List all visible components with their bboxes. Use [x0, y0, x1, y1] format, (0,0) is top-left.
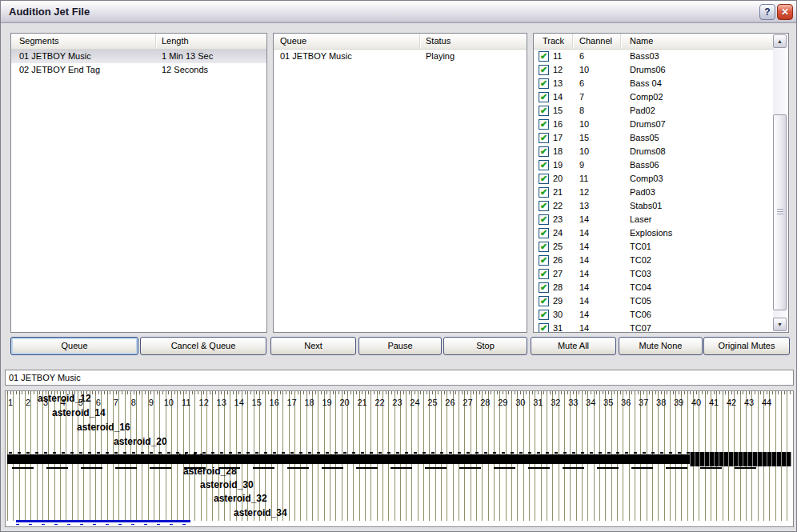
measure-number: 19	[322, 398, 331, 407]
track-number: 28	[553, 281, 563, 294]
track-channel: 13	[573, 199, 621, 213]
queue-list: QueueStatus 01 JETBOY MusicPlaying	[273, 33, 527, 333]
track-number: 29	[553, 294, 563, 308]
measure-number: 6	[96, 398, 101, 407]
column-header[interactable]: Track	[534, 34, 573, 49]
track-row[interactable]: ✔1210Drums06	[534, 63, 773, 77]
track-checkbox[interactable]: ✔	[539, 78, 549, 89]
close-icon[interactable]: ✕	[777, 4, 793, 20]
timeline-view[interactable]: 1234567891011121314151617181920212223242…	[5, 390, 794, 527]
measure-number: 7	[114, 398, 118, 407]
track-number: 21	[553, 186, 563, 199]
track-number: 31	[553, 322, 563, 332]
track-checkbox[interactable]: ✔	[539, 119, 549, 130]
track-channel: 11	[573, 172, 621, 186]
track-row[interactable]: ✔2011Comp03	[534, 172, 773, 186]
track-row[interactable]: ✔3114TC07	[534, 322, 773, 332]
track-checkbox[interactable]: ✔	[539, 160, 549, 170]
track-row[interactable]: ✔2514TC01	[534, 240, 773, 254]
next-button[interactable]: Next	[270, 337, 356, 355]
queue-status: Playing	[420, 50, 527, 63]
track-row[interactable]: ✔2414Explosions	[534, 226, 773, 240]
track-checkbox[interactable]: ✔	[539, 255, 549, 266]
track-row[interactable]: ✔147Comp02	[534, 90, 773, 104]
measure-number: 13	[217, 398, 226, 407]
measure-number: 35	[603, 398, 613, 407]
track-number-cell: ✔14	[534, 90, 573, 104]
scroll-down-icon[interactable]: ▼	[773, 318, 787, 331]
track-checkbox[interactable]: ✔	[539, 242, 549, 252]
column-header[interactable]: Segments	[11, 34, 156, 49]
track-checkbox[interactable]: ✔	[539, 269, 549, 279]
column-header[interactable]: Queue	[274, 34, 420, 49]
segments-list: SegmentsLength 01 JETBOY Music1 Min 13 S…	[10, 33, 267, 333]
track-name: TC07	[621, 322, 773, 332]
mute-none-button[interactable]: Mute None	[619, 337, 703, 355]
queue-rows: 01 JETBOY MusicPlaying	[274, 50, 527, 332]
segment-row[interactable]: 02 JETBOY End Tag12 Seconds	[11, 63, 266, 77]
track-number-cell: ✔22	[534, 199, 573, 213]
track-name: Bass06	[621, 158, 773, 172]
track-row[interactable]: ✔2314Laser	[534, 213, 773, 226]
queue-header[interactable]: QueueStatus	[274, 34, 527, 50]
track-checkbox[interactable]: ✔	[539, 174, 549, 184]
track-row[interactable]: ✔2814TC04	[534, 281, 773, 294]
track-row[interactable]: ✔199Bass06	[534, 158, 773, 172]
track-row[interactable]: ✔2914TC05	[534, 294, 773, 308]
track-checkbox[interactable]: ✔	[539, 296, 549, 306]
track-checkbox[interactable]: ✔	[539, 133, 549, 143]
track-row[interactable]: ✔1610Drums07	[534, 118, 773, 131]
queue-row[interactable]: 01 JETBOY MusicPlaying	[274, 50, 527, 63]
cancel-queue-button[interactable]: Cancel & Queue	[140, 337, 266, 355]
segment-row[interactable]: 01 JETBOY Music1 Min 13 Sec	[11, 50, 266, 63]
track-row[interactable]: ✔2714TC03	[534, 267, 773, 281]
track-checkbox[interactable]: ✔	[539, 92, 549, 102]
track-checkbox[interactable]: ✔	[539, 282, 549, 293]
column-header[interactable]: Status	[420, 34, 527, 49]
scrollbar-thumb[interactable]	[773, 114, 787, 310]
scroll-up-icon[interactable]: ▲	[773, 34, 787, 48]
measure-number: 12	[199, 398, 209, 407]
mute-all-button[interactable]: Mute All	[531, 337, 616, 355]
track-row[interactable]: ✔116Bass03	[534, 50, 773, 63]
track-number: 17	[553, 131, 563, 145]
track-checkbox[interactable]: ✔	[539, 187, 549, 198]
tracks-scrollbar[interactable]: ▲ ▼	[773, 34, 787, 331]
track-name: Comp03	[621, 172, 773, 186]
column-header[interactable]: Length	[156, 34, 266, 49]
track-row[interactable]: ✔2112Pad03	[534, 186, 773, 199]
segments-header[interactable]: SegmentsLength	[11, 34, 266, 50]
track-row[interactable]: ✔3014TC06	[534, 308, 773, 322]
track-checkbox[interactable]: ✔	[539, 228, 549, 238]
original-mutes-button[interactable]: Original Mutes	[703, 337, 790, 355]
event-dashes-top	[9, 452, 753, 454]
track-row[interactable]: ✔2614TC02	[534, 254, 773, 267]
stop-button[interactable]: Stop	[443, 337, 527, 355]
track-checkbox[interactable]: ✔	[539, 106, 549, 116]
track-checkbox[interactable]: ✔	[539, 323, 549, 332]
column-header[interactable]: Name	[621, 34, 773, 49]
track-name: TC02	[621, 254, 773, 267]
track-name: Pad03	[621, 186, 773, 199]
track-row[interactable]: ✔1810Drums08	[534, 145, 773, 158]
tracks-header[interactable]: TrackChannelName	[534, 34, 773, 50]
track-checkbox[interactable]: ✔	[539, 201, 549, 211]
track-name: Explosions	[621, 226, 773, 240]
track-checkbox[interactable]: ✔	[539, 65, 549, 75]
measure-number: 43	[744, 398, 754, 407]
queue-button[interactable]: Queue	[10, 337, 138, 355]
track-row[interactable]: ✔136Bass 04	[534, 77, 773, 90]
title-bar[interactable]: Audition Jet File ? ✕	[1, 1, 796, 23]
track-row[interactable]: ✔1715Bass05	[534, 131, 773, 145]
track-row[interactable]: ✔158Pad02	[534, 104, 773, 118]
track-checkbox[interactable]: ✔	[539, 310, 549, 320]
pause-button[interactable]: Pause	[358, 337, 442, 355]
track-checkbox[interactable]: ✔	[539, 214, 549, 225]
current-segment-field[interactable]: 01 JETBOY Music	[5, 370, 794, 386]
help-button[interactable]: ?	[759, 4, 775, 20]
track-checkbox[interactable]: ✔	[539, 51, 549, 62]
track-checkbox[interactable]: ✔	[539, 146, 549, 157]
measure-number: 30	[515, 398, 525, 407]
track-row[interactable]: ✔2213Stabs01	[534, 199, 773, 213]
column-header[interactable]: Channel	[573, 34, 621, 49]
